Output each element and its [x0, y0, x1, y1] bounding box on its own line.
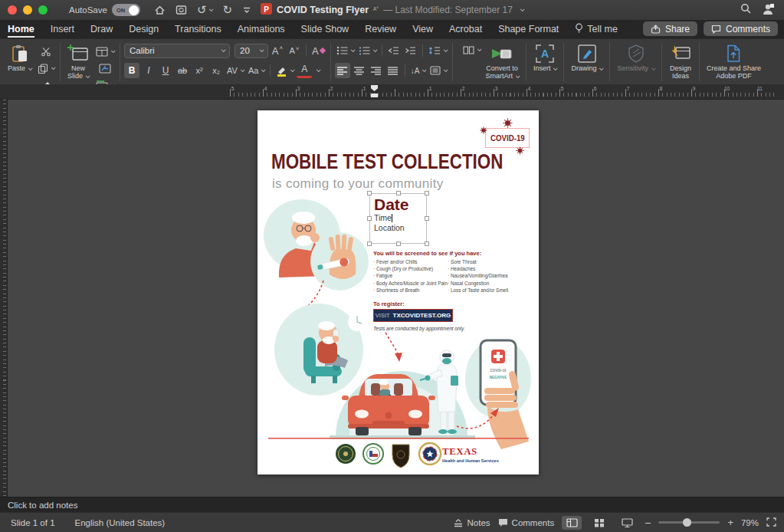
align-text-button[interactable]: [428, 63, 448, 78]
highlight-color-button[interactable]: [274, 63, 295, 78]
slide-editor-canvas[interactable]: COVID-19 MOBILE TEST COLLECTION is comin…: [0, 100, 784, 497]
change-case-button[interactable]: Aa: [247, 63, 266, 78]
font-name-select[interactable]: Calibri: [124, 44, 230, 58]
undo-icon[interactable]: ↺: [197, 3, 213, 17]
fit-slide-button[interactable]: [766, 517, 776, 528]
clear-formatting-button[interactable]: A: [310, 43, 326, 58]
location-text[interactable]: Location: [374, 223, 426, 233]
notes-pane[interactable]: Click to add notes: [0, 497, 784, 512]
ribbon-tab[interactable]: Acrobat: [449, 21, 482, 38]
selection-handle-n[interactable]: [396, 191, 401, 195]
text-direction-button[interactable]: ↓A: [409, 63, 428, 78]
convert-to-smartart-button[interactable]: Convert to SmartArt: [482, 42, 522, 81]
redo-icon[interactable]: ↻: [222, 3, 232, 17]
font-size-select[interactable]: 20: [235, 44, 268, 58]
justify-button[interactable]: [385, 63, 401, 78]
ribbon-tab[interactable]: Design: [129, 21, 159, 38]
ribbon-tab[interactable]: View: [412, 21, 433, 38]
slideshow-view-button[interactable]: [617, 516, 637, 530]
underline-button[interactable]: U: [158, 63, 173, 78]
slide-canvas[interactable]: COVID-19 MOBILE TEST COLLECTION is comin…: [258, 110, 539, 475]
flyer-subtitle[interactable]: is coming to your community: [272, 176, 444, 192]
register-label[interactable]: To register:: [373, 300, 405, 307]
superscript-button[interactable]: x²: [192, 63, 207, 78]
undo-menu-chevron[interactable]: [209, 7, 214, 11]
notes-toggle[interactable]: Notes: [453, 518, 490, 527]
selection-handle-nw[interactable]: [367, 191, 372, 195]
align-center-button[interactable]: [352, 63, 367, 78]
bold-button[interactable]: B: [124, 63, 139, 78]
language-label[interactable]: English (United States): [75, 518, 166, 527]
footer-hhs-seal[interactable]: [419, 443, 441, 465]
create-share-adobe-pdf-button[interactable]: Create and Share Adobe PDF: [704, 42, 764, 81]
notes-placeholder[interactable]: Click to add notes: [8, 501, 77, 510]
align-left-button[interactable]: [335, 63, 350, 78]
selection-handle-ne[interactable]: [425, 191, 429, 195]
footer-shield-badge[interactable]: [392, 445, 409, 468]
date-text[interactable]: Date: [374, 195, 426, 213]
illustration-phone-hand[interactable]: [465, 339, 531, 449]
increase-indent-button[interactable]: [403, 43, 418, 58]
autosave-toggle[interactable]: ON: [112, 4, 140, 16]
illustration-thermometer-hand[interactable]: [310, 232, 369, 291]
symptom-list-col2[interactable]: Sore ThroatHeadachesNausea/Vomiting/Diar…: [448, 258, 518, 294]
drawing-button[interactable]: Drawing: [568, 42, 605, 73]
decrease-indent-button[interactable]: [386, 43, 402, 58]
search-icon[interactable]: [740, 3, 751, 17]
copy-icon[interactable]: [36, 61, 56, 76]
zoom-slider-knob[interactable]: [683, 518, 691, 527]
ribbon-tab[interactable]: Insert: [51, 21, 74, 38]
account-icon[interactable]: [762, 3, 775, 18]
left-indent-marker[interactable]: [371, 94, 378, 97]
save-icon[interactable]: [175, 5, 187, 15]
design-ideas-button[interactable]: Design Ideas: [666, 42, 695, 81]
slide-sorter-view-button[interactable]: [589, 516, 609, 530]
comments-toggle[interactable]: Comments: [498, 518, 555, 527]
screening-heading[interactable]: You will be screened to see if you have:: [373, 250, 481, 257]
tell-me[interactable]: Tell me: [575, 23, 618, 36]
cut-icon[interactable]: [36, 44, 56, 59]
strikethrough-button[interactable]: ab: [175, 63, 190, 78]
insert-button[interactable]: A Insert: [530, 42, 560, 73]
ribbon-tab[interactable]: Review: [365, 21, 396, 38]
toolbar-options-icon[interactable]: [242, 6, 251, 14]
reset-layout-icon[interactable]: [94, 61, 116, 76]
visit-url-button[interactable]: VISIT TXCOVIDTEST.ORG: [373, 309, 453, 322]
selection-handle-sw[interactable]: [367, 241, 372, 246]
illustration-sitting-man[interactable]: [274, 304, 366, 396]
ribbon-tab[interactable]: Slide Show: [301, 21, 349, 38]
footer-seal-2[interactable]: [363, 444, 383, 464]
zoom-slider[interactable]: [658, 521, 720, 524]
bullets-button[interactable]: [335, 43, 356, 58]
selection-handle-w[interactable]: [367, 216, 372, 221]
ribbon-tab[interactable]: Home: [8, 21, 34, 38]
close-window-button[interactable]: [8, 5, 17, 15]
align-right-button[interactable]: [369, 63, 384, 78]
shrink-font-button[interactable]: A˅: [287, 43, 302, 58]
grow-font-button[interactable]: A˄: [270, 43, 285, 58]
numbering-button[interactable]: [357, 43, 378, 58]
symptom-list-col1[interactable]: Fever and/or ChillsCough (Dry or Product…: [373, 258, 448, 294]
share-button[interactable]: Share: [643, 21, 697, 36]
comments-button[interactable]: Comments: [704, 21, 778, 36]
normal-view-button[interactable]: [562, 516, 582, 530]
columns-button[interactable]: [461, 42, 482, 57]
zoom-percent[interactable]: 79%: [741, 518, 759, 527]
font-color-button[interactable]: A: [297, 63, 312, 78]
zoom-window-button[interactable]: [38, 5, 48, 15]
selection-handle-e[interactable]: [425, 216, 429, 221]
ribbon-tab[interactable]: Shape Format: [498, 21, 559, 38]
minimize-window-button[interactable]: [23, 5, 32, 15]
layout-icon[interactable]: [94, 44, 116, 59]
appointment-note[interactable]: Tests are conducted by appointment only.: [373, 326, 465, 331]
ribbon-tab[interactable]: Transitions: [175, 21, 221, 38]
selection-handle-se[interactable]: [425, 241, 429, 246]
date-textbox-selected[interactable]: Date Time Location: [369, 193, 427, 244]
italic-button[interactable]: I: [141, 63, 156, 78]
time-text[interactable]: Time: [374, 213, 426, 223]
ribbon-tab[interactable]: Animations: [238, 21, 285, 38]
selection-handle-s[interactable]: [396, 241, 401, 246]
character-spacing-button[interactable]: AV: [225, 63, 245, 78]
home-icon[interactable]: [154, 5, 166, 15]
zoom-out-button[interactable]: −: [645, 517, 651, 529]
